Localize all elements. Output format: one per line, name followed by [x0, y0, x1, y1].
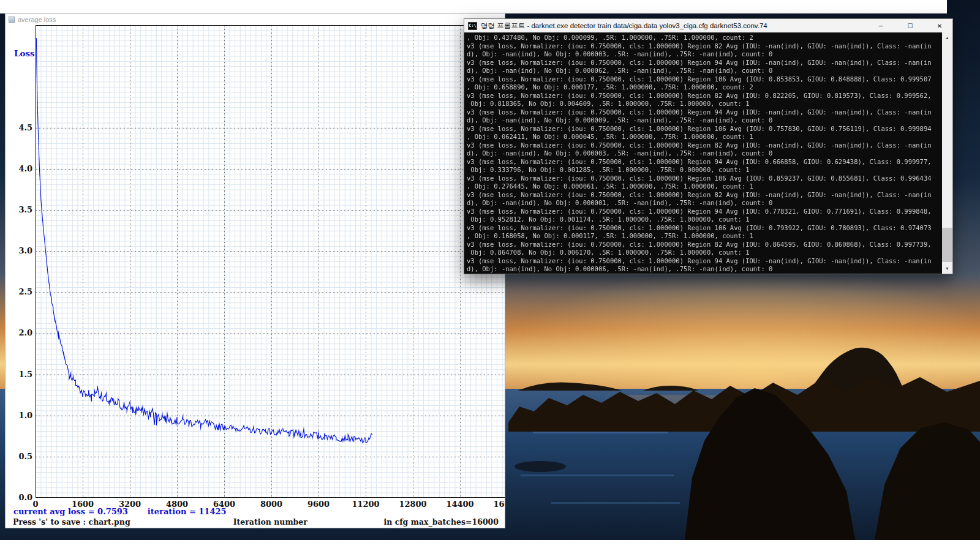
- x-tick-label: 4800: [160, 500, 194, 509]
- console-output: , Obj: 0.437480, No Obj: 0.000099, .5R: …: [467, 34, 940, 274]
- scroll-down-icon[interactable]: ▼: [942, 263, 952, 274]
- scrollbar-thumb[interactable]: [942, 228, 952, 262]
- x-tick-label: 11200: [349, 500, 383, 509]
- maximize-button[interactable]: ☐: [897, 19, 923, 32]
- y-tick-label: 1.0: [8, 411, 32, 420]
- x-tick-label: 14400: [443, 500, 477, 509]
- y-tick-label: 1.5: [8, 370, 32, 379]
- x-tick-label: 12800: [396, 500, 430, 509]
- x-tick-label: 3200: [113, 500, 147, 509]
- background-window-bottom-strip: [0, 540, 980, 551]
- chart-window-icon: [9, 17, 15, 23]
- x-tick-label: 6400: [207, 500, 241, 509]
- console-titlebar[interactable]: C:\ 명령 프롬프트 - darknet.exe detector train…: [464, 19, 952, 32]
- x-tick-label: 1600: [66, 500, 100, 509]
- minimize-button[interactable]: ─: [868, 19, 894, 32]
- chart-window-title: average loss: [18, 16, 56, 23]
- chart-footer: Press 's' to save : chart.png Iteration …: [13, 517, 499, 527]
- loss-plot-canvas: [36, 25, 505, 498]
- y-tick-label: 3.0: [8, 246, 32, 255]
- x-tick-label: 0: [18, 500, 53, 509]
- x-tick-label: 8000: [254, 500, 288, 509]
- close-button[interactable]: ✕: [927, 19, 952, 32]
- command-prompt-window: C:\ 명령 프롬프트 - darknet.exe detector train…: [464, 18, 953, 274]
- background-window-top-strip: [0, 0, 947, 13]
- save-hint-text: Press 's' to save : chart.png: [13, 517, 130, 527]
- scroll-up-icon[interactable]: ▲: [942, 32, 952, 43]
- y-tick-label: 0.5: [8, 452, 32, 461]
- max-batches-text: in cfg max_batches=16000: [383, 517, 499, 527]
- console-scrollbar[interactable]: ▲ ▼: [942, 32, 952, 274]
- y-axis-label: Loss: [14, 48, 35, 58]
- x-axis-label: Iteration number: [233, 517, 307, 527]
- y-tick-label: 2.0: [8, 328, 32, 337]
- loss-chart-window: average loss Loss current avg loss = 0.7…: [5, 13, 505, 528]
- console-window-title: 명령 프롬프트 - darknet.exe detector train dat…: [481, 21, 864, 31]
- chart-window-titlebar[interactable]: average loss: [6, 14, 505, 24]
- y-tick-label: 2.5: [8, 287, 32, 296]
- command-prompt-icon: C:\: [468, 22, 477, 30]
- desktop: average loss Loss current avg loss = 0.7…: [0, 0, 980, 551]
- console-body: , Obj: 0.437480, No Obj: 0.000099, .5R: …: [464, 32, 952, 274]
- x-tick-label: 16000: [490, 500, 505, 509]
- y-tick-label: 4.5: [8, 123, 32, 132]
- x-tick-label: 9600: [301, 500, 336, 509]
- y-tick-label: 4.0: [8, 164, 32, 173]
- y-tick-label: 3.5: [8, 205, 32, 214]
